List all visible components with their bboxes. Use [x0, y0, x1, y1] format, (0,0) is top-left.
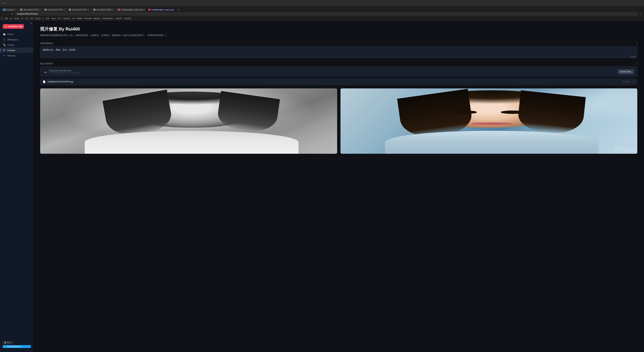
app-layout: ✕ ⚡ comfyflow App 🏠 Home ⬡ Workspace ✏️ … — [0, 21, 644, 352]
sidebar-footer: ⭐ Star 7 🐦 Follow @xingren23 — [0, 339, 34, 350]
follow-label: Follow @xingren23 — [7, 346, 21, 348]
home-icon: 🏠 — [3, 33, 6, 36]
section-header-upload: 输入你的照片 ℹ — [40, 62, 637, 65]
tab-view4[interactable]: view (2014×2778) ✕ — [92, 8, 116, 12]
prompt-label: 色彩范围设定 — [40, 42, 53, 45]
sidebar-item-preview[interactable]: 👁 Preview — [0, 48, 34, 53]
bookmark-3d[interactable]: 3D模型 — [77, 18, 82, 20]
prompt-textarea[interactable]: 美丽的少女，夜晚，月光，冷色调 — [40, 46, 637, 58]
page-description: 能够按要求的氛围给黑白照片上色，并能优化画质、去除噪点，高清放大，最终提供一张放… — [40, 34, 637, 37]
tab-bar: ComfyUI ✕ view (2014×2778) ✕ view (2014×… — [0, 6, 644, 12]
bookmark-art[interactable]: 美术作品 — [63, 18, 70, 20]
upload-drag-text: Drag and drop file here — [49, 69, 80, 72]
images-row: 激活 Windows 转到'设置'以激活 Windows — [40, 88, 637, 154]
tab-comfyflow1[interactable]: ComfyflowApp: Load a com... ✕ — [116, 8, 146, 12]
sidebar-item-preview-label: Preview — [7, 49, 15, 52]
preview-icon: 👁 — [3, 49, 6, 52]
bookmark-ai[interactable]: AI — [21, 18, 23, 20]
back-button[interactable]: ← — [1, 12, 5, 15]
follow-button[interactable]: 🐦 Follow @xingren23 — [3, 345, 31, 348]
bookmark-viz[interactable]: 视觉信息 — [94, 18, 100, 20]
bookmark-me[interactable]: me — [10, 18, 12, 20]
watermark: 激活 Windows 转到'设置'以激活 Windows — [614, 147, 635, 152]
bookmark-design[interactable]: 设计美 — [36, 18, 41, 20]
browser-chrome: ● ● ● — [0, 0, 644, 6]
bookmark-ui[interactable]: ui — [43, 18, 44, 20]
browse-files-button[interactable]: Browse files — [618, 69, 634, 74]
sidebar-item-release-label: Release — [7, 54, 16, 57]
bookmark-chatgpt[interactable]: ChatGPT — [116, 18, 122, 20]
section-header-prompt: 色彩范围设定 ℹ — [40, 42, 637, 45]
input-image-panel — [40, 88, 337, 154]
file-size: 154.2KB — [623, 81, 630, 83]
sidebar: ✕ ⚡ comfyflow App 🏠 Home ⬡ Workspace ✏️ … — [0, 21, 34, 352]
bookmark-all[interactable]: 所有书签 — [124, 18, 131, 20]
upload-text-group: Drag and drop file here Limit 10MB per f… — [49, 69, 80, 74]
bookmark-game[interactable]: Game — [51, 18, 56, 20]
logo-text: comfyflow App — [8, 25, 22, 28]
forward-button[interactable]: → — [6, 12, 10, 15]
release-icon: ✈ — [3, 54, 6, 57]
main-content: 照片修复 By Rui400 能够按要求的氛围给黑白照片上色，并能优化画质、去除… — [34, 21, 644, 352]
address-input[interactable] — [15, 12, 638, 16]
sidebar-nav: 🏠 Home ⬡ Workspace ✏️ Create 👁 Preview ✈… — [0, 32, 34, 339]
twitter-icon: 🐦 — [4, 346, 6, 348]
sidebar-item-workspace[interactable]: ⬡ Workspace — [0, 37, 34, 42]
prompt-section: 色彩范围设定 ℹ 美丽的少女，夜晚，月光，冷色调 15/300 — [40, 42, 637, 59]
sidebar-item-home-label: Home — [7, 33, 13, 36]
workspace-icon: ⬡ — [3, 38, 6, 41]
create-icon: ✏️ — [3, 44, 6, 46]
sidebar-item-workspace-label: Workspace — [7, 38, 18, 41]
file-remove-button[interactable]: ✕ — [633, 80, 635, 83]
upload-info-icon[interactable]: ℹ — [636, 62, 637, 65]
output-image-panel: 激活 Windows 转到'设置'以激活 Windows — [340, 88, 638, 154]
sidebar-item-home[interactable]: 🏠 Home — [0, 32, 34, 37]
tab-comfyflow2[interactable]: ComfyflowApp: Load a com... ✕ — [146, 8, 176, 12]
file-name: QQ截图20230915090654.jpg — [47, 80, 621, 83]
file-item: 📄 QQ截图20230915090654.jpg 154.2KB ✕ — [40, 78, 637, 85]
bookmark-zhihu[interactable]: 知乎 — [30, 18, 34, 20]
bookmark-ixd[interactable]: IXD可视化设计 — [102, 18, 114, 20]
star-button[interactable]: ⭐ Star 7 — [3, 341, 13, 344]
bookmark-button[interactable]: ☆ — [639, 12, 643, 15]
new-tab-button[interactable]: + — [177, 8, 180, 12]
tab-comfyui[interactable]: ComfyUI ✕ — [1, 8, 18, 12]
upload-left: ☁ Drag and drop file here Limit 10MB per… — [44, 69, 80, 74]
bookmark-tool[interactable]: 工具 — [25, 18, 28, 20]
star-icon: ⭐ — [4, 342, 6, 344]
bookmark-life[interactable]: Life — [72, 18, 75, 20]
bookmark-study[interactable]: 学习 — [58, 18, 61, 20]
bookmark-baidu[interactable]: 百度 — [5, 18, 8, 20]
sidebar-logo: ⚡ comfyflow App — [0, 23, 34, 32]
upload-section: 输入你的照片 ℹ ☁ Drag and drop file here Limit… — [40, 62, 637, 85]
tab-view1[interactable]: view (2014×2778) ✕ — [18, 8, 42, 12]
upload-dropzone[interactable]: ☁ Drag and drop file here Limit 10MB per… — [40, 66, 637, 77]
sidebar-item-create[interactable]: ✏️ Create — [0, 42, 34, 48]
star-count: 7 — [10, 342, 12, 344]
bookmarks-bar: Q 百度 me ihandy AI 工具 知乎 设计美 ui 社群 Game 学… — [0, 16, 644, 21]
file-doc-icon: 📄 — [43, 80, 46, 83]
bookmark-ihandy[interactable]: ihandy — [14, 18, 19, 20]
upload-hint: Limit 10MB per file • PNG, JPG, JPEG — [49, 72, 80, 74]
logo-icon: ⚡ — [4, 25, 7, 28]
address-bar: ← → ↻ ☆ — [0, 12, 644, 16]
sidebar-item-create-label: Create — [7, 44, 14, 46]
char-count: 15/300 — [630, 56, 636, 58]
bookmark-community[interactable]: 社群 — [46, 18, 49, 20]
prompt-textarea-container: 美丽的少女，夜晚，月光，冷色调 15/300 — [40, 46, 637, 59]
logo-box: ⚡ comfyflow App — [3, 24, 24, 29]
prompt-info-icon[interactable]: ℹ — [636, 42, 637, 45]
bookmark-sketchfab[interactable]: Sketchfab — [84, 18, 92, 20]
page-title: 照片修复 By Rui400 — [40, 26, 637, 32]
tab-view3[interactable]: view (2014×2778) ✕ — [67, 8, 91, 12]
upload-cloud-icon: ☁ — [44, 70, 47, 74]
bookmark-q[interactable]: Q — [1, 18, 3, 20]
reload-button[interactable]: ↻ — [11, 12, 14, 15]
tab-view2[interactable]: view (2014×2778) ✕ — [43, 8, 67, 12]
sidebar-close-button[interactable]: ✕ — [30, 22, 32, 25]
star-label: Star — [7, 342, 10, 344]
upload-label: 输入你的照片 — [40, 62, 53, 65]
sidebar-item-release[interactable]: ✈ Release — [0, 53, 34, 58]
